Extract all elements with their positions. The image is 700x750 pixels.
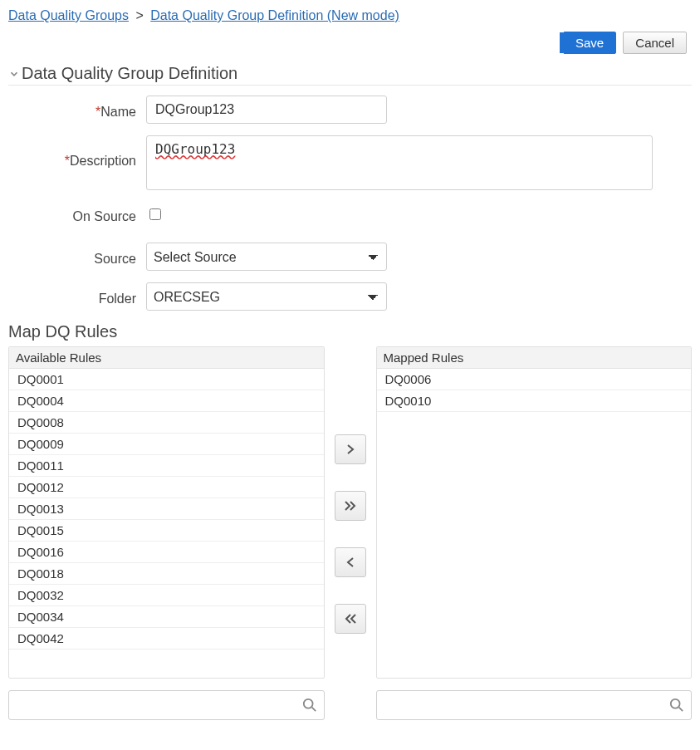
list-item[interactable]: DQ0011 (9, 455, 324, 477)
collapse-icon (8, 68, 20, 80)
available-rules-listbox: Available Rules DQ0001DQ0004DQ0008DQ0009… (8, 346, 325, 679)
list-item[interactable]: DQ0001 (9, 369, 324, 390)
mapped-rules-body[interactable]: DQ0006DQ0010 (377, 369, 692, 678)
svg-line-3 (679, 708, 683, 712)
available-rules-header: Available Rules (9, 347, 324, 369)
shuttle-controls (325, 346, 376, 679)
folder-label: Folder (8, 287, 146, 306)
save-button[interactable]: Save (563, 32, 616, 54)
source-select[interactable]: Select Source (146, 243, 387, 271)
chevron-right-icon (345, 444, 355, 455)
cancel-button[interactable]: Cancel (623, 32, 687, 54)
double-chevron-left-icon (344, 613, 357, 625)
mapped-rules-header: Mapped Rules (377, 347, 692, 369)
section-title: Data Quality Group Definition (22, 64, 237, 83)
list-item[interactable]: DQ0012 (9, 477, 324, 498)
mapped-search-input[interactable] (385, 698, 670, 713)
available-rules-body[interactable]: DQ0001DQ0004DQ0008DQ0009DQ0011DQ0012DQ00… (9, 369, 324, 678)
on-source-label: On Source (8, 204, 146, 224)
name-label: *Name (8, 100, 146, 120)
description-label: *Description (8, 135, 146, 169)
source-label: Source (8, 247, 146, 267)
list-item[interactable]: DQ0006 (377, 369, 692, 390)
list-item[interactable]: DQ0032 (9, 585, 324, 606)
action-bar: Save Cancel (8, 28, 692, 64)
search-icon[interactable] (302, 698, 317, 713)
double-chevron-right-icon (344, 500, 357, 512)
svg-point-2 (671, 699, 680, 708)
available-search-input[interactable] (17, 698, 302, 713)
on-source-checkbox[interactable] (149, 208, 161, 220)
definition-form: *Name *Description DQGroup123 On Source … (8, 96, 692, 311)
list-item[interactable]: DQ0004 (9, 390, 324, 412)
mapped-rules-listbox: Mapped Rules DQ0006DQ0010 (376, 346, 693, 679)
list-item[interactable]: DQ0008 (9, 412, 324, 434)
list-item[interactable]: DQ0009 (9, 434, 324, 455)
search-icon[interactable] (669, 698, 684, 713)
map-rules-header: Map DQ Rules (8, 322, 692, 341)
list-item[interactable]: DQ0013 (9, 498, 324, 520)
mapped-search[interactable] (376, 690, 693, 720)
folder-select[interactable]: ORECSEG (146, 282, 387, 311)
search-row (8, 690, 692, 720)
breadcrumb: Data Quality Groups > Data Quality Group… (8, 7, 692, 28)
move-all-left-button[interactable] (335, 604, 366, 634)
list-item[interactable]: DQ0018 (9, 563, 324, 585)
list-item[interactable]: DQ0015 (9, 520, 324, 542)
list-item[interactable]: DQ0034 (9, 606, 324, 628)
name-input[interactable] (146, 96, 387, 124)
breadcrumb-separator: > (132, 8, 146, 22)
move-all-right-button[interactable] (335, 491, 366, 521)
description-input[interactable]: DQGroup123 (146, 135, 653, 190)
breadcrumb-root-link[interactable]: Data Quality Groups (8, 8, 129, 22)
section-header[interactable]: Data Quality Group Definition (8, 64, 692, 86)
list-item[interactable]: DQ0016 (9, 542, 324, 563)
list-item[interactable]: DQ0042 (9, 628, 324, 650)
breadcrumb-current-link[interactable]: Data Quality Group Definition (New mode) (150, 8, 399, 22)
list-item[interactable]: DQ0010 (377, 390, 692, 412)
move-right-button[interactable] (335, 434, 366, 464)
svg-point-0 (303, 699, 312, 708)
available-search[interactable] (8, 690, 325, 720)
svg-line-1 (311, 708, 316, 712)
chevron-left-icon (345, 556, 355, 568)
move-left-button[interactable] (335, 547, 366, 577)
rules-shuttle: Available Rules DQ0001DQ0004DQ0008DQ0009… (8, 346, 692, 679)
